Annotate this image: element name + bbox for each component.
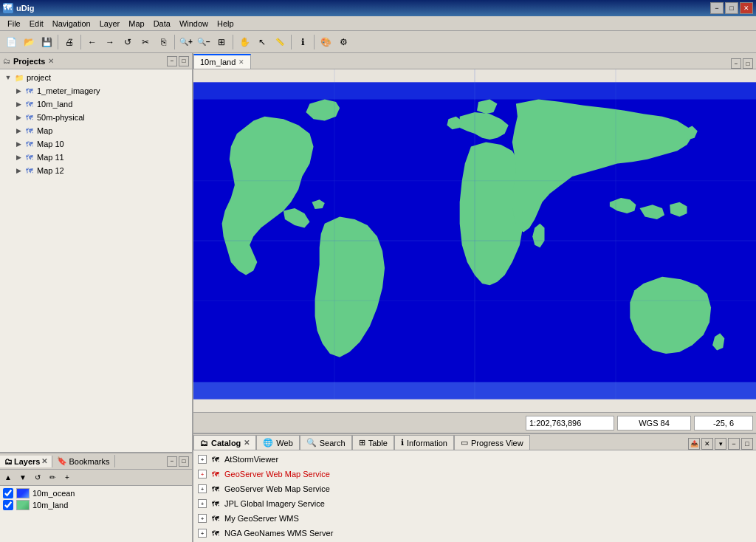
catalog-item-geoserver-1[interactable]: + 🗺 GeoServer Web Map Service bbox=[195, 467, 755, 481]
catalog-minimize-button[interactable]: − bbox=[728, 438, 740, 450]
scale-display: 1:202,763,896 bbox=[526, 416, 614, 430]
catalog-item-mygeoserver[interactable]: + 🗺 My GeoServer WMS bbox=[195, 511, 755, 526]
catalog-delete-button[interactable]: ✕ bbox=[701, 438, 713, 450]
back-button[interactable]: ← bbox=[84, 34, 100, 50]
expander-map10[interactable]: ▶ bbox=[13, 139, 24, 149]
cat-tab-web[interactable]: 🌐 Web bbox=[256, 435, 299, 450]
catalog-item-jpl[interactable]: + 🗺 JPL Global Imagery Service bbox=[195, 496, 755, 511]
layers-maximize-button[interactable]: □ bbox=[179, 456, 189, 467]
layers-minimize-button[interactable]: − bbox=[167, 456, 177, 467]
layer-up-button[interactable]: ▲ bbox=[1, 471, 15, 484]
tab-bookmarks[interactable]: 🔖 Bookmarks bbox=[52, 455, 114, 467]
zoom-out-button[interactable]: 🔍− bbox=[196, 34, 212, 50]
cat-expander-nga[interactable]: + bbox=[198, 529, 207, 538]
cat-tab-progress[interactable]: ▭ Progress View bbox=[454, 435, 530, 450]
menu-window[interactable]: Window bbox=[175, 18, 213, 30]
tree-node-map11[interactable]: ▶ 🗺 Map 11 bbox=[1, 151, 190, 164]
info-button[interactable]: ℹ bbox=[295, 34, 311, 50]
style-button[interactable]: 🎨 bbox=[317, 34, 334, 50]
measure-button[interactable]: 📏 bbox=[272, 34, 288, 50]
pan-button[interactable]: ✋ bbox=[236, 34, 252, 50]
expander-50m[interactable]: ▶ bbox=[13, 112, 24, 123]
zoom-fit-button[interactable]: ⊞ bbox=[213, 34, 230, 50]
map-minimize-button[interactable]: − bbox=[731, 58, 741, 69]
cat-expander-geoserver-1[interactable]: + bbox=[198, 470, 207, 478]
tree-node-50m[interactable]: ▶ 🗺 50m-physical bbox=[1, 111, 190, 124]
tree-label-map: Map bbox=[37, 126, 52, 135]
search-tab-icon: 🔍 bbox=[306, 438, 317, 447]
toolbar: 📄 📂 💾 🖨 ← → ↺ ✂ ⎘ 🔍+ 🔍− ⊞ ✋ ↖ 📏 ℹ 🎨 ⚙ bbox=[0, 31, 756, 53]
menu-help[interactable]: Help bbox=[213, 18, 238, 30]
menu-data[interactable]: Data bbox=[149, 18, 175, 30]
catalog-item-atstorm[interactable]: + 🗺 AtStormViewer bbox=[195, 452, 755, 467]
layer-refresh-button[interactable]: ↺ bbox=[31, 471, 44, 484]
catalog-label-geoserver-1: GeoServer Web Map Service bbox=[224, 470, 330, 478]
tree-node-project[interactable]: ▼ 📁 project bbox=[1, 71, 190, 84]
tree-node-map12[interactable]: ▶ 🗺 Map 12 bbox=[1, 164, 190, 177]
catalog-nav-button[interactable]: ▾ bbox=[715, 438, 726, 450]
forward-button[interactable]: → bbox=[102, 34, 118, 50]
save-button[interactable]: 💾 bbox=[38, 34, 55, 50]
expander-project[interactable]: ▼ bbox=[3, 72, 13, 83]
cat-expander-geoserver-2[interactable]: + bbox=[198, 484, 207, 493]
cat-expander-atstorm[interactable]: + bbox=[198, 455, 207, 464]
open-button[interactable]: 📂 bbox=[21, 34, 37, 50]
catalog-tab-icon: 🗂 bbox=[200, 439, 208, 447]
new-button[interactable]: 📄 bbox=[3, 34, 19, 50]
menu-navigation[interactable]: Navigation bbox=[48, 18, 95, 30]
layer-edit-button[interactable]: ✏ bbox=[46, 471, 59, 484]
cat-expander-mygeoserver[interactable]: + bbox=[198, 514, 207, 523]
menu-file[interactable]: File bbox=[3, 18, 25, 30]
expander-10m-land[interactable]: ▶ bbox=[13, 99, 24, 109]
expander-imagery[interactable]: ▶ bbox=[13, 86, 24, 96]
tree-node-imagery[interactable]: ▶ 🗺 1_meter_imagery bbox=[1, 84, 190, 97]
expander-map12[interactable]: ▶ bbox=[13, 165, 24, 176]
map-maximize-button[interactable]: □ bbox=[743, 58, 753, 69]
layer-visibility-land[interactable] bbox=[3, 500, 13, 510]
expander-map11[interactable]: ▶ bbox=[13, 152, 24, 162]
close-button[interactable]: ✕ bbox=[740, 2, 753, 14]
tab-layers[interactable]: 🗂 Layers ✕ bbox=[0, 456, 52, 467]
projects-maximize-button[interactable]: □ bbox=[179, 56, 189, 66]
tree-node-10m-land[interactable]: ▶ 🗺 10m_land bbox=[1, 97, 190, 111]
catalog-item-geoserver-2[interactable]: + 🗺 GeoServer Web Map Service bbox=[195, 481, 755, 496]
menu-edit[interactable]: Edit bbox=[25, 18, 48, 30]
projects-close-button[interactable]: ✕ bbox=[48, 57, 54, 65]
catalog-action-button[interactable]: 📤 bbox=[688, 438, 700, 450]
layer-item-ocean[interactable]: 10m_ocean bbox=[1, 487, 190, 499]
cat-tab-catalog[interactable]: 🗂 Catalog ✕ bbox=[193, 435, 256, 450]
layers-close-button[interactable]: ✕ bbox=[41, 457, 47, 465]
copy-button[interactable]: ⎘ bbox=[155, 34, 171, 50]
cut-button[interactable]: ✂ bbox=[137, 34, 154, 50]
catalog-close-button[interactable]: ✕ bbox=[244, 439, 250, 447]
maximize-button[interactable]: □ bbox=[725, 2, 738, 14]
menu-map[interactable]: Map bbox=[124, 18, 148, 30]
catalog-tab-right-buttons: 📤 ✕ ▾ − □ bbox=[688, 438, 756, 450]
projects-minimize-button[interactable]: − bbox=[167, 56, 177, 66]
cat-expander-jpl[interactable]: + bbox=[198, 499, 207, 508]
tree-node-map10[interactable]: ▶ 🗺 Map 10 bbox=[1, 137, 190, 151]
projects-panel: 🗂 Projects ✕ − □ ▼ 📁 project bbox=[0, 53, 192, 453]
refresh-button[interactable]: ↺ bbox=[120, 34, 136, 50]
tool1-button[interactable]: ⚙ bbox=[335, 34, 351, 50]
catalog-maximize-button[interactable]: □ bbox=[741, 438, 753, 450]
print-button[interactable]: 🖨 bbox=[61, 34, 78, 50]
minimize-button[interactable]: − bbox=[710, 2, 724, 14]
select-button[interactable]: ↖ bbox=[254, 34, 270, 50]
cat-tab-table[interactable]: ⊞ Table bbox=[352, 435, 394, 450]
expander-map[interactable]: ▶ bbox=[13, 126, 24, 136]
map-tab-close-button[interactable]: ✕ bbox=[238, 58, 244, 66]
catalog-item-nga[interactable]: + 🗺 NGA GeoNames WMS Server bbox=[195, 526, 755, 541]
layer-down-button[interactable]: ▼ bbox=[16, 471, 30, 484]
zoom-in-button[interactable]: 🔍+ bbox=[178, 34, 194, 50]
map-canvas[interactable] bbox=[193, 69, 756, 412]
layer-add-button[interactable]: + bbox=[61, 471, 74, 484]
layers-panel: 🗂 Layers ✕ 🔖 Bookmarks − □ ▲ ▼ ↺ ✏ + bbox=[0, 453, 192, 542]
cat-tab-search[interactable]: 🔍 Search bbox=[300, 435, 352, 450]
map-tab-10m-land[interactable]: 10m_land ✕ bbox=[193, 54, 251, 69]
tree-node-map[interactable]: ▶ 🗺 Map bbox=[1, 124, 190, 137]
cat-tab-information[interactable]: ℹ Information bbox=[394, 435, 454, 450]
menu-layer[interactable]: Layer bbox=[95, 18, 125, 30]
layer-visibility-ocean[interactable] bbox=[3, 488, 13, 498]
layer-item-land[interactable]: 10m_land bbox=[1, 499, 190, 511]
